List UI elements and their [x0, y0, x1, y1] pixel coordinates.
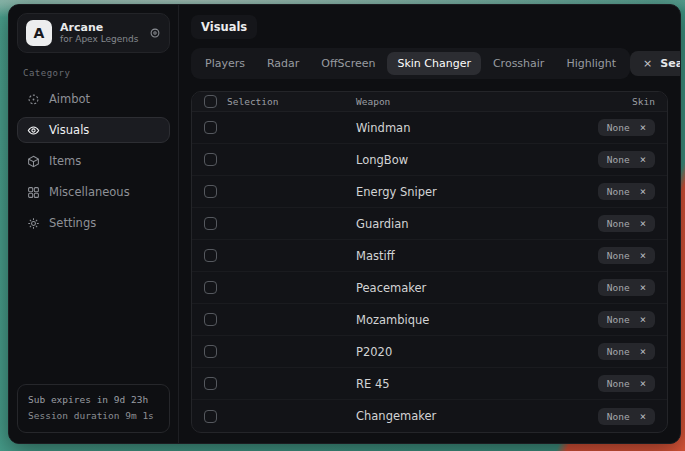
tab-players[interactable]: Players [195, 52, 255, 75]
sub-expires-text: Sub expires in 9d 23h [28, 392, 159, 409]
gear-icon [26, 216, 40, 230]
skin-selector[interactable]: None × [598, 279, 655, 296]
row-checkbox[interactable] [204, 345, 217, 358]
row-checkbox[interactable] [204, 410, 217, 423]
tabs-row: PlayersRadarOffScreenSkin ChangerCrossha… [191, 48, 668, 79]
app-logo-card: A Arcane for Apex Legends [17, 13, 170, 53]
table-row: Changemaker None × [192, 400, 667, 432]
weapon-name: Guardian [356, 217, 559, 231]
sidebar-item-aimbot[interactable]: Aimbot [17, 86, 170, 112]
weapon-name: Mozambique [356, 313, 559, 327]
remove-skin-icon[interactable]: × [640, 186, 646, 197]
column-header-weapon: Weapon [356, 96, 559, 107]
tab-crosshair[interactable]: Crosshair [483, 52, 554, 75]
remove-skin-icon[interactable]: × [640, 122, 646, 133]
app-window: A Arcane for Apex Legends Category Aimbo… [8, 4, 681, 444]
skin-value: None [607, 282, 630, 293]
skin-selector[interactable]: None × [598, 408, 655, 425]
table-row: P2020 None × [192, 336, 667, 368]
remove-skin-icon[interactable]: × [640, 314, 646, 325]
tab-offscreen[interactable]: OffScreen [311, 52, 385, 75]
row-checkbox[interactable] [204, 281, 217, 294]
app-name: Arcane [60, 21, 141, 35]
skin-selector[interactable]: None × [598, 151, 655, 168]
page-title: Visuals [191, 15, 257, 39]
column-header-skin: Skin [559, 96, 655, 107]
skin-value: None [607, 154, 630, 165]
tab-radar[interactable]: Radar [257, 52, 309, 75]
skin-table: Selection Weapon Skin Windman None × Lon… [191, 91, 668, 433]
crosshair-icon [26, 92, 40, 106]
skin-value: None [607, 314, 630, 325]
skin-selector[interactable]: None × [598, 183, 655, 200]
skin-selector[interactable]: None × [598, 343, 655, 360]
table-row: Mozambique None × [192, 304, 667, 336]
gear-icon[interactable] [149, 27, 161, 39]
tab-skin-changer[interactable]: Skin Changer [387, 52, 481, 75]
weapon-name: Changemaker [356, 409, 559, 423]
table-row: Mastiff None × [192, 240, 667, 272]
skin-selector[interactable]: None × [598, 311, 655, 328]
table-row: RE 45 None × [192, 368, 667, 400]
skin-selector[interactable]: None × [598, 375, 655, 392]
weapon-name: LongBow [356, 153, 559, 167]
sidebar-item-label: Items [49, 154, 81, 168]
table-header-row: Selection Weapon Skin [192, 92, 667, 112]
row-checkbox[interactable] [204, 185, 217, 198]
remove-skin-icon[interactable]: × [640, 282, 646, 293]
table-row: Peacemaker None × [192, 272, 667, 304]
row-checkbox[interactable] [204, 249, 217, 262]
table-row: Energy Sniper None × [192, 176, 667, 208]
weapon-name: Windman [356, 121, 559, 135]
sidebar-item-label: Settings [49, 216, 96, 230]
sidebar-item-miscellaneous[interactable]: Miscellaneous [17, 179, 170, 205]
weapon-name: Energy Sniper [356, 185, 559, 199]
category-label: Category [23, 68, 164, 78]
sidebar: A Arcane for Apex Legends Category Aimbo… [9, 5, 179, 443]
main-panel: Visuals PlayersRadarOffScreenSkin Change… [179, 5, 680, 443]
tab-group: PlayersRadarOffScreenSkin ChangerCrossha… [191, 48, 630, 79]
sidebar-item-items[interactable]: Items [17, 148, 170, 174]
skin-value: None [607, 411, 630, 422]
column-header-selection: Selection [227, 96, 278, 107]
skin-value: None [607, 346, 630, 357]
remove-skin-icon[interactable]: × [640, 346, 646, 357]
search-button-label: Search [660, 57, 681, 70]
remove-skin-icon[interactable]: × [640, 411, 646, 422]
skin-selector[interactable]: None × [598, 215, 655, 232]
table-row: LongBow None × [192, 144, 667, 176]
remove-skin-icon[interactable]: × [640, 154, 646, 165]
cube-icon [26, 154, 40, 168]
skin-selector[interactable]: None × [598, 247, 655, 264]
sidebar-item-visuals[interactable]: Visuals [17, 117, 170, 143]
subscription-info: Sub expires in 9d 23h Session duration 9… [17, 384, 170, 433]
weapon-name: Mastiff [356, 249, 559, 263]
select-all-checkbox[interactable] [204, 95, 217, 108]
skin-value: None [607, 122, 630, 133]
session-duration-text: Session duration 9m 1s [28, 408, 159, 425]
weapon-name: P2020 [356, 345, 559, 359]
row-checkbox[interactable] [204, 121, 217, 134]
remove-skin-icon[interactable]: × [640, 218, 646, 229]
search-icon: × [643, 57, 652, 70]
row-checkbox[interactable] [204, 217, 217, 230]
eye-icon [26, 123, 40, 137]
sidebar-nav: Aimbot Visuals Items Miscellaneous Setti… [17, 86, 170, 236]
row-checkbox[interactable] [204, 153, 217, 166]
skin-value: None [607, 218, 630, 229]
app-subtitle: for Apex Legends [60, 34, 141, 45]
sidebar-item-label: Visuals [49, 123, 89, 137]
search-button[interactable]: × Search [630, 51, 681, 76]
remove-skin-icon[interactable]: × [640, 378, 646, 389]
row-checkbox[interactable] [204, 313, 217, 326]
skin-value: None [607, 250, 630, 261]
remove-skin-icon[interactable]: × [640, 250, 646, 261]
tab-highlight[interactable]: Highlight [556, 52, 626, 75]
skin-selector[interactable]: None × [598, 119, 655, 136]
row-checkbox[interactable] [204, 377, 217, 390]
skin-value: None [607, 378, 630, 389]
app-logo: A [26, 20, 52, 46]
skin-value: None [607, 186, 630, 197]
sidebar-item-settings[interactable]: Settings [17, 210, 170, 236]
weapon-name: RE 45 [356, 377, 559, 391]
